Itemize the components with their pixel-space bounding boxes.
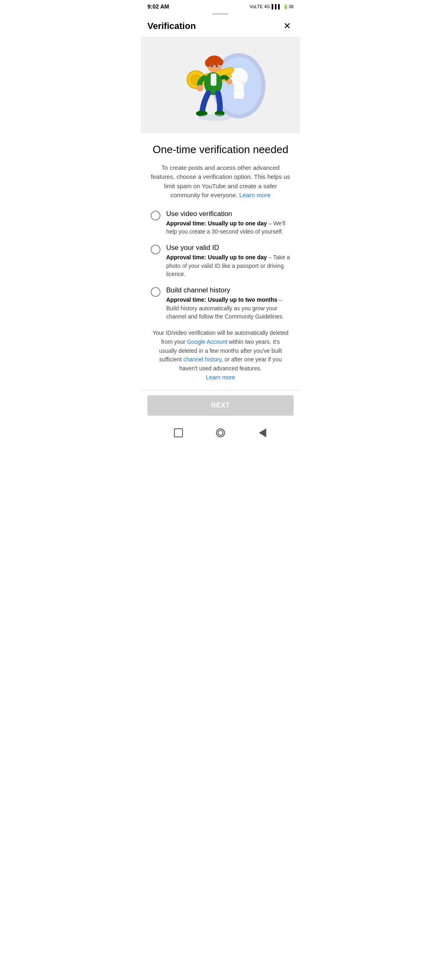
illustration-area: ✦ ✦ ✦ ✦ ✦ [141, 37, 300, 133]
options-list: Use video verification Approval time: Us… [151, 210, 290, 321]
bottom-nav [141, 421, 300, 445]
square-icon [174, 428, 183, 437]
back-nav-button[interactable] [257, 427, 268, 439]
close-button[interactable]: ✕ [281, 20, 294, 33]
battery-icon: 🔋38 [283, 4, 294, 9]
radio-valid-id[interactable] [151, 245, 160, 254]
option-history-text: Build channel history Approval time: Usu… [166, 286, 290, 321]
footer-note: Your ID/video verification will be autom… [151, 329, 290, 390]
svg-point-16 [205, 59, 212, 67]
page-heading: One-time verification needed [151, 143, 290, 157]
option-1-approval: Approval time: Usually up to one day [166, 220, 267, 227]
back-arrow-icon [259, 428, 266, 437]
home-nav-button[interactable] [215, 427, 226, 439]
learn-more-link-1[interactable]: Learn more [239, 192, 271, 198]
option-valid-id: Use your valid ID Approval time: Usually… [151, 244, 290, 278]
radio-channel-history[interactable] [151, 287, 160, 297]
learn-more-link-2[interactable]: Learn more [206, 374, 235, 381]
option-video-verification: Use video verification Approval time: Us… [151, 210, 290, 236]
page-description: To create posts and access other advance… [151, 163, 290, 200]
channel-history-link[interactable]: channel history [183, 356, 221, 363]
option-2-desc: Approval time: Usually up to one day – T… [166, 253, 290, 278]
option-1-title: Use video verification [166, 210, 290, 218]
svg-text:✦: ✦ [241, 81, 244, 85]
option-3-desc: Approval time: Usually up to two months … [166, 296, 290, 321]
svg-point-23 [227, 79, 232, 85]
option-video-text: Use video verification Approval time: Us… [166, 210, 290, 236]
svg-point-26 [198, 114, 231, 121]
next-btn-container: NEXT [141, 390, 300, 421]
option-3-title: Build channel history [166, 286, 290, 294]
next-button[interactable]: NEXT [147, 395, 294, 416]
network-indicator: VoLTE 4G [249, 4, 270, 9]
circle-icon [216, 428, 225, 437]
google-account-link[interactable]: Google Account [187, 339, 227, 345]
svg-point-17 [218, 59, 223, 65]
status-icons: VoLTE 4G ▌▌▌ 🔋38 [249, 4, 294, 9]
square-nav-button[interactable] [173, 427, 184, 439]
svg-point-19 [216, 65, 218, 67]
option-channel-history: Build channel history Approval time: Usu… [151, 286, 290, 321]
option-2-title: Use your valid ID [166, 244, 290, 252]
radio-video-verification[interactable] [151, 211, 160, 220]
option-3-approval: Approval time: Usually up to two months [166, 296, 277, 303]
svg-point-22 [197, 85, 203, 91]
svg-rect-21 [211, 74, 216, 86]
main-content: One-time verification needed To create p… [141, 133, 300, 390]
svg-point-18 [211, 65, 213, 67]
status-bar: 9:02 AM VoLTE 4G ▌▌▌ 🔋38 [141, 0, 300, 11]
signal-icon: ▌▌▌ [272, 4, 281, 9]
page-title: Verification [147, 21, 196, 31]
app-header: Verification ✕ [141, 16, 300, 37]
handle-bar [141, 11, 300, 16]
option-id-text: Use your valid ID Approval time: Usually… [166, 244, 290, 278]
option-1-desc: Approval time: Usually up to one day – W… [166, 219, 290, 236]
status-time: 9:02 AM [147, 3, 169, 10]
svg-text:✦: ✦ [235, 90, 237, 92]
verification-illustration: ✦ ✦ ✦ ✦ ✦ [167, 45, 274, 127]
svg-text:✦: ✦ [243, 93, 246, 97]
option-2-approval: Approval time: Usually up to one day [166, 254, 267, 261]
